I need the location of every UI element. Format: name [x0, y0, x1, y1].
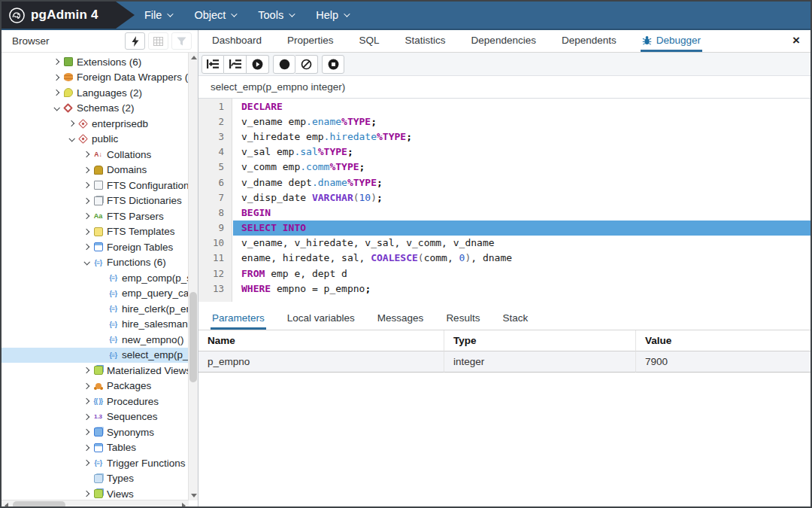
- tree-item-schemas-2[interactable]: Schemas (2): [2, 101, 189, 117]
- step-over-button[interactable]: [224, 55, 247, 74]
- expand-chevron-icon[interactable]: [80, 446, 92, 450]
- tree-item-materialized-views[interactable]: Materialized Views: [2, 363, 189, 379]
- tree-item-synonyms[interactable]: Synonyms: [2, 424, 189, 440]
- column-header-value[interactable]: Value: [635, 330, 810, 351]
- tree-item-functions-6[interactable]: {≡}Functions (6): [2, 255, 189, 271]
- line-number[interactable]: 2: [198, 116, 232, 127]
- collapse-chevron-icon[interactable]: [80, 260, 92, 265]
- column-header-type[interactable]: Type: [444, 330, 635, 351]
- tree-vertical-scrollbar[interactable]: [188, 53, 198, 500]
- tree-item-tables[interactable]: Tables: [2, 440, 189, 456]
- tab-statistics[interactable]: Statistics: [404, 30, 447, 52]
- expand-chevron-icon[interactable]: [80, 168, 92, 172]
- menu-tools[interactable]: Tools: [258, 9, 293, 21]
- tree-item-fts-templates[interactable]: FTS Templates: [2, 224, 189, 240]
- tree-item-extensions-6[interactable]: Extensions (6): [2, 54, 189, 70]
- tree-item-emp-query-calle[interactable]: {≡}emp_query_calle: [2, 286, 189, 302]
- horizontal-scroll-thumb[interactable]: [13, 501, 65, 508]
- tree-horizontal-scrollbar[interactable]: [2, 500, 189, 508]
- vertical-scroll-thumb[interactable]: [189, 292, 197, 382]
- line-number[interactable]: 13: [198, 283, 232, 294]
- line-number[interactable]: 6: [198, 177, 232, 188]
- expand-chevron-icon[interactable]: [50, 90, 62, 95]
- clear-breakpoints-button[interactable]: [295, 55, 318, 74]
- expand-chevron-icon[interactable]: [80, 152, 92, 157]
- tree-item-domains[interactable]: Domains: [2, 163, 189, 178]
- tree-item-procedures[interactable]: {( )}Procedures: [2, 394, 189, 409]
- expand-chevron-icon[interactable]: [80, 183, 92, 187]
- code-line-4[interactable]: 4v_sal emp.sal%TYPE;: [198, 144, 810, 160]
- code-editor[interactable]: 1DECLARE2v_ename emp.ename%TYPE;3v_hired…: [198, 99, 810, 302]
- expand-chevron-icon[interactable]: [80, 384, 92, 388]
- code-line-7[interactable]: 7v_disp_date VARCHAR(10);: [198, 190, 810, 205]
- code-line-13[interactable]: 13WHERE empno = p_empno;: [198, 281, 810, 296]
- expand-chevron-icon[interactable]: [80, 368, 92, 373]
- code-line-2[interactable]: 2v_ename emp.ename%TYPE;: [198, 114, 810, 129]
- panel-tab-parameters[interactable]: Parameters: [211, 308, 266, 330]
- tree-item-select-emp-p-en[interactable]: {≡}select_emp(p_en: [2, 348, 189, 364]
- tab-debugger[interactable]: Debugger: [641, 30, 702, 52]
- line-number[interactable]: 7: [198, 192, 232, 203]
- quick-search-button[interactable]: [125, 32, 145, 50]
- menu-object[interactable]: Object: [194, 9, 235, 21]
- expand-chevron-icon[interactable]: [80, 415, 92, 419]
- scroll-down-arrow[interactable]: [189, 491, 198, 500]
- tree-item-foreign-data-wrappers-2[interactable]: Foreign Data Wrappers (2): [2, 70, 189, 86]
- tree-item-types[interactable]: Types: [2, 471, 189, 487]
- tab-sql[interactable]: SQL: [358, 30, 381, 52]
- tree-item-new-empno[interactable]: {≡}new_empno(): [2, 332, 189, 348]
- tab-properties[interactable]: Properties: [286, 30, 335, 52]
- expand-chevron-icon[interactable]: [50, 59, 62, 64]
- menu-file[interactable]: File: [144, 9, 171, 21]
- tree-item-languages-2[interactable]: Languages (2): [2, 85, 189, 101]
- line-number[interactable]: 11: [198, 252, 232, 263]
- stop-button[interactable]: [322, 55, 344, 74]
- expand-chevron-icon[interactable]: [80, 245, 92, 249]
- tree-item-fts-configurations[interactable]: FTS Configurations: [2, 178, 189, 193]
- expand-chevron-icon[interactable]: [65, 121, 77, 126]
- code-line-5[interactable]: 5v_comm emp.comm%TYPE;: [198, 160, 810, 175]
- code-line-11[interactable]: 11ename, hiredate, sal, COALESCE(comm, 0…: [198, 251, 810, 266]
- line-number[interactable]: 4: [198, 146, 232, 157]
- expand-chevron-icon[interactable]: [80, 399, 92, 403]
- code-line-3[interactable]: 3v_hiredate emp.hiredate%TYPE;: [198, 129, 810, 144]
- code-line-6[interactable]: 6v_dname dept.dname%TYPE;: [198, 175, 810, 190]
- tree-item-hire-salesman-p[interactable]: {≡}hire_salesman(p_: [2, 317, 189, 333]
- menu-help[interactable]: Help: [316, 9, 348, 21]
- scroll-left-arrow[interactable]: [2, 500, 11, 508]
- line-number[interactable]: 9: [198, 222, 232, 233]
- expand-chevron-icon[interactable]: [80, 461, 92, 465]
- close-panel-icon[interactable]: ×: [792, 34, 800, 47]
- tree-item-sequences[interactable]: 1.3Sequences: [2, 409, 189, 425]
- code-line-8[interactable]: 8BEGIN: [198, 205, 810, 220]
- expand-chevron-icon[interactable]: [80, 491, 92, 496]
- expand-chevron-icon[interactable]: [50, 75, 62, 80]
- line-number[interactable]: 10: [198, 237, 232, 248]
- tree-item-collations[interactable]: A↓Collations: [2, 147, 189, 163]
- collapse-chevron-icon[interactable]: [65, 137, 77, 141]
- tree-item-packages[interactable]: Packages: [2, 379, 189, 394]
- line-number[interactable]: 5: [198, 161, 232, 172]
- tab-dashboard[interactable]: Dashboard: [211, 30, 263, 52]
- scroll-up-arrow[interactable]: [189, 53, 198, 62]
- code-line-9[interactable]: 9SELECT INTO: [198, 221, 810, 236]
- line-number[interactable]: 1: [198, 101, 232, 112]
- tree-item-fts-dictionaries[interactable]: FTS Dictionaries: [2, 193, 189, 209]
- code-line-1[interactable]: 1DECLARE: [198, 99, 810, 114]
- tree-item-fts-parsers[interactable]: AaFTS Parsers: [2, 208, 189, 224]
- panel-tab-stack[interactable]: Stack: [501, 308, 529, 330]
- panel-tab-results[interactable]: Results: [444, 308, 481, 330]
- step-into-button[interactable]: [201, 55, 224, 74]
- tree-item-hire-clerk-p-enar[interactable]: {≡}hire_clerk(p_enar: [2, 301, 189, 317]
- tree-item-emp-comp-p-sa[interactable]: {≡}emp_comp(p_sa: [2, 270, 189, 286]
- continue-button[interactable]: [247, 55, 269, 74]
- table-row[interactable]: p_empnointeger7900: [198, 351, 810, 373]
- expand-chevron-icon[interactable]: [80, 230, 92, 234]
- tree-item-public[interactable]: public: [2, 132, 189, 148]
- line-number[interactable]: 3: [198, 131, 232, 142]
- tab-dependencies[interactable]: Dependencies: [470, 30, 538, 52]
- line-number[interactable]: 8: [198, 207, 232, 218]
- expand-chevron-icon[interactable]: [80, 214, 92, 218]
- tab-dependents[interactable]: Dependents: [560, 30, 618, 52]
- code-line-12[interactable]: 12FROM emp e, dept d: [198, 266, 810, 281]
